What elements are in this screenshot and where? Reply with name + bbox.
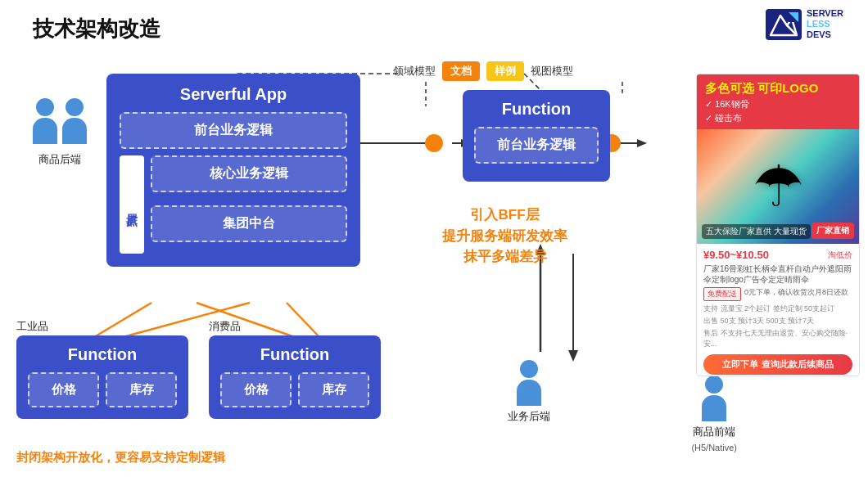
bottom-text: 封闭架构开放化，更容易支持定制逻辑 xyxy=(16,450,225,466)
expand-label: 扩展点 xyxy=(120,155,144,254)
ad-badge: 厂家直销 xyxy=(811,223,854,239)
function-br-items: 价格 库存 xyxy=(220,372,369,407)
function-bl-box1: 价格 xyxy=(28,372,99,407)
serverless-logo: SERVER LESS DEVS xyxy=(766,8,843,41)
product-frontend-figure: 商品前端 (H5/Native) xyxy=(691,376,737,452)
middle-line2: 提升服务端研发效率 xyxy=(442,226,567,247)
consumer-label: 消费品 xyxy=(209,319,241,334)
biz-backend-figure: 业务后端 xyxy=(508,360,550,424)
orange-circle-1 xyxy=(425,134,443,152)
ad-free-detail: 0元下单，确认收货次月8日还款 xyxy=(744,287,848,301)
ad-tag2: ✓ 碰击布 xyxy=(705,112,851,124)
person-right xyxy=(62,98,87,144)
ad-tags: 免费配送 0元下单，确认收货次月8日还款 xyxy=(703,287,852,301)
left-figure-label: 商品后端 xyxy=(38,152,81,167)
ad-buy-button[interactable]: 立即下单 查询此款后续商品 xyxy=(703,354,852,375)
serverful-title: Serverful App xyxy=(120,85,347,104)
industrial-label: 工业品 xyxy=(16,319,48,334)
page-title: 技术架构改造 xyxy=(33,15,160,43)
middle-text: 引入BFF层 提升服务端研发效率 抹平多端差异 xyxy=(442,205,567,268)
ad-bottom: ¥9.50~¥10.50 淘低价 厂家16骨彩虹长柄伞直杆自动户外遮阳雨伞定制l… xyxy=(697,244,859,376)
function-br-title: Function xyxy=(220,345,369,364)
right-inner-boxes: 核心业务逻辑 集团中台 xyxy=(151,155,347,254)
biz-backend-person xyxy=(517,360,541,406)
serverful-box: Serverful App 前台业务逻辑 扩展点 核心业务逻辑 集团中台 xyxy=(106,74,360,267)
product-frontend-person xyxy=(702,376,726,421)
function-bl-items: 价格 库存 xyxy=(28,372,177,407)
ad-top-title: 多色可选 可印LOGO xyxy=(705,81,851,97)
ad-free-tag: 免费配送 xyxy=(703,287,741,301)
expand-row: 扩展点 核心业务逻辑 集团中台 xyxy=(120,155,347,254)
ad-top: 多色可选 可印LOGO ✓ 16K钢骨 ✓ 碰击布 xyxy=(697,74,859,129)
left-figure-area: 商品后端 xyxy=(33,98,87,167)
serverful-box3: 集团中台 xyxy=(151,205,347,242)
function-bottom-left-box: Function 价格 库存 xyxy=(16,335,188,419)
ad-meta2: 出售 50支 预计3天 500支 预计7天 xyxy=(703,316,852,326)
function-top-box: Function 前台业务逻辑 xyxy=(463,90,610,182)
svg-line-10 xyxy=(287,303,319,337)
function-top-title: Function xyxy=(474,100,599,119)
serverful-box2: 核心业务逻辑 xyxy=(151,155,347,192)
ad-banner-badge: 五大保险厂家直供 大量现货 xyxy=(702,224,811,239)
tag-example: 样例 xyxy=(486,61,524,81)
domain-prefix: 领域模型 xyxy=(393,64,436,79)
domain-suffix: 视图模型 xyxy=(531,64,573,79)
ad-desc: 厂家16骨彩虹长柄伞直杆自动户外遮阳雨伞定制logo广告令定定晴雨伞 xyxy=(703,263,852,285)
middle-line1: 引入BFF层 xyxy=(442,205,567,226)
tag-doc: 文档 xyxy=(442,61,480,81)
svg-line-7 xyxy=(94,303,151,337)
middle-line3: 抹平多端差异 xyxy=(442,246,567,268)
ad-link: 淘低价 xyxy=(828,250,852,261)
function-bl-box2: 库存 xyxy=(106,372,177,407)
function-br-box2: 库存 xyxy=(298,372,369,407)
biz-backend-label: 业务后端 xyxy=(508,409,550,424)
person-pair xyxy=(33,98,87,144)
serverful-box1: 前台业务逻辑 xyxy=(120,112,347,149)
ad-meta3: 售后 不支持七天无理由退货、安心购交随险·安... xyxy=(703,328,852,349)
function-top-box1: 前台业务逻辑 xyxy=(474,127,599,164)
svg-marker-14 xyxy=(568,350,578,362)
umbrella-icon: ☂ xyxy=(753,153,804,220)
function-br-box1: 价格 xyxy=(220,372,292,407)
function-bottom-right-box: Function 价格 库存 xyxy=(209,335,381,419)
product-frontend-label: 商品前端 xyxy=(693,425,735,439)
serverless-logo-icon xyxy=(766,9,802,40)
product-frontend-sub: (H5/Native) xyxy=(691,443,737,452)
ad-area: 多色可选 可印LOGO ✓ 16K钢骨 ✓ 碰击布 ☂ 厂家直销 五大保险厂家直… xyxy=(696,74,860,376)
person-left xyxy=(33,98,57,144)
ad-meta1: 支持 流量宝 2个起订 签约定制 50支起订 xyxy=(703,304,852,314)
function-bl-title: Function xyxy=(28,345,177,364)
svg-marker-6 xyxy=(637,139,647,147)
ad-tag1: ✓ 16K钢骨 xyxy=(705,98,851,110)
domain-model-row: 领域模型 文档 样例 视图模型 xyxy=(393,61,573,81)
logo-text: SERVER LESS DEVS xyxy=(807,8,843,41)
ad-price: ¥9.50~¥10.50 xyxy=(703,249,769,261)
ad-image: ☂ 厂家直销 五大保险厂家直供 大量现货 xyxy=(697,129,859,244)
